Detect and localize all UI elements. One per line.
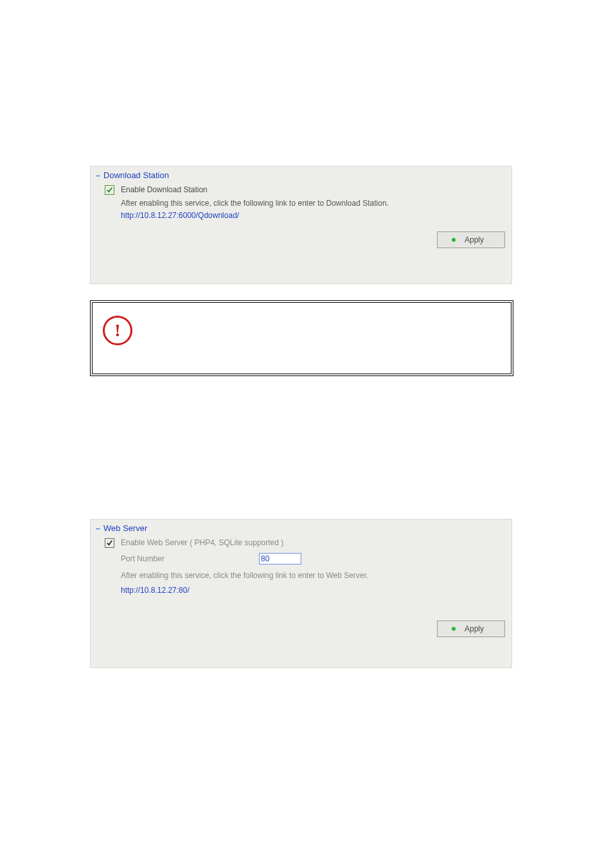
section-title: Download Station (103, 170, 169, 180)
apply-button[interactable]: Apply (437, 620, 505, 637)
web-server-panel: – Web Server Enable Web Server ( PHP4, S… (90, 519, 512, 668)
status-dot-icon (452, 238, 456, 242)
section-title: Web Server (103, 523, 147, 533)
warning-icon: ! (103, 316, 132, 345)
checkbox-label: Enable Download Station (121, 184, 208, 196)
download-station-link[interactable]: http://10.8.12.27:6000/Qdownload/ (96, 211, 239, 220)
enable-download-station-checkbox[interactable] (105, 185, 114, 195)
warning-callout: ! (90, 300, 513, 376)
collapse-icon[interactable]: – (96, 171, 102, 180)
apply-button-label: Apply (465, 235, 484, 244)
section-header: – Download Station (91, 167, 511, 181)
web-server-description: After enabling this service, click the f… (96, 570, 506, 582)
port-number-label: Port Number (121, 554, 259, 563)
section-header: – Web Server (91, 520, 511, 534)
web-server-link[interactable]: http://10.8.12.27:80/ (96, 586, 190, 595)
enable-web-server-checkbox[interactable] (105, 538, 114, 548)
apply-button[interactable]: Apply (437, 231, 505, 248)
port-number-input[interactable] (259, 553, 301, 565)
apply-button-label: Apply (465, 624, 484, 633)
checkbox-label: Enable Web Server ( PHP4, SQLite support… (121, 537, 283, 549)
collapse-icon[interactable]: – (96, 524, 102, 533)
status-dot-icon (452, 627, 456, 631)
download-station-panel: – Download Station Enable Download Stati… (90, 166, 512, 284)
download-station-description: After enabling this service, click the f… (96, 197, 506, 210)
